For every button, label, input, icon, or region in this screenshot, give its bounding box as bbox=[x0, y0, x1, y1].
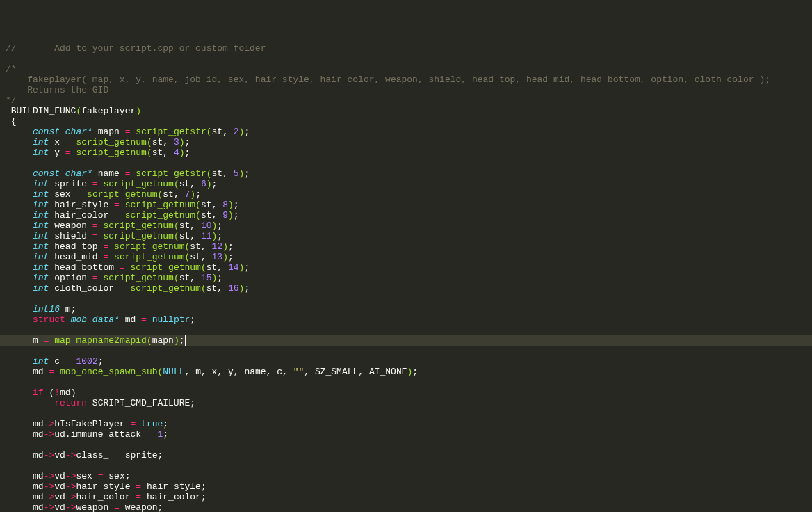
code-line[interactable]: const char* mapn = script_getstr(st, 2); bbox=[6, 127, 812, 137]
code-line[interactable]: int y = script_getnum(st, 4); bbox=[6, 147, 812, 158]
code-line[interactable]: int hair_style = script_getnum(st, 8); bbox=[6, 200, 812, 210]
code-line[interactable]: //====== Add to your script.cpp or custo… bbox=[6, 43, 812, 54]
text-cursor bbox=[185, 335, 186, 346]
code-line[interactable]: if (!md) bbox=[6, 387, 812, 398]
code-line[interactable]: md->vd->hair_color = hair_color; bbox=[6, 492, 812, 502]
code-line[interactable] bbox=[6, 54, 812, 64]
code-line[interactable]: { bbox=[6, 116, 812, 127]
code-line[interactable]: return SCRIPT_CMD_FAILURE; bbox=[6, 398, 812, 408]
code-line[interactable]: int sprite = script_getnum(st, 6); bbox=[6, 179, 812, 189]
code-line[interactable]: int option = script_getnum(st, 15); bbox=[6, 273, 812, 283]
code-line[interactable]: int hair_color = script_getnum(st, 9); bbox=[6, 210, 812, 221]
code-line[interactable] bbox=[6, 377, 812, 387]
code-line[interactable]: md->vd->sex = sex; bbox=[6, 471, 812, 481]
code-line[interactable]: m = map_mapname2mapid(mapn); bbox=[0, 335, 812, 346]
code-line[interactable] bbox=[6, 346, 812, 356]
code-line[interactable]: int head_bottom = script_getnum(st, 14); bbox=[6, 262, 812, 273]
code-line[interactable] bbox=[6, 158, 812, 168]
code-line[interactable]: md->vd->weapon = weapon; bbox=[6, 502, 812, 512]
code-editor[interactable]: //====== Add to your script.cpp or custo… bbox=[6, 43, 812, 512]
code-line[interactable] bbox=[6, 325, 812, 335]
code-line[interactable]: int c = 1002; bbox=[6, 356, 812, 367]
code-line[interactable]: md->vd->class_ = sprite; bbox=[6, 450, 812, 461]
code-line[interactable]: int weapon = script_getnum(st, 10); bbox=[6, 221, 812, 231]
code-line[interactable]: md->bIsFakePlayer = true; bbox=[6, 419, 812, 429]
code-line[interactable] bbox=[6, 294, 812, 304]
code-line[interactable]: int x = script_getnum(st, 3); bbox=[6, 137, 812, 147]
code-line[interactable]: struct mob_data* md = nullptr; bbox=[6, 314, 812, 325]
code-line[interactable]: /* bbox=[6, 64, 812, 74]
code-line[interactable]: int sex = script_getnum(st, 7); bbox=[6, 189, 812, 200]
code-line[interactable] bbox=[6, 408, 812, 419]
code-line[interactable]: */ bbox=[6, 95, 812, 106]
code-line[interactable]: int head_mid = script_getnum(st, 13); bbox=[6, 252, 812, 262]
code-line[interactable]: md = mob_once_spawn_sub(NULL, m, x, y, n… bbox=[6, 367, 812, 377]
code-line[interactable]: int cloth_color = script_getnum(st, 16); bbox=[6, 283, 812, 294]
code-line[interactable]: int16 m; bbox=[6, 304, 812, 314]
code-line[interactable]: int head_top = script_getnum(st, 12); bbox=[6, 241, 812, 252]
code-line[interactable]: md->ud.immune_attack = 1; bbox=[6, 429, 812, 440]
code-line[interactable]: int shield = script_getnum(st, 11); bbox=[6, 231, 812, 241]
code-line[interactable]: BUILDIN_FUNC(fakeplayer) bbox=[6, 106, 812, 116]
code-line[interactable]: Returns the GID bbox=[6, 85, 812, 95]
code-line[interactable]: md->vd->hair_style = hair_style; bbox=[6, 481, 812, 492]
code-line[interactable] bbox=[6, 440, 812, 450]
code-line[interactable]: fakeplayer( map, x, y, name, job_id, sex… bbox=[6, 74, 812, 85]
code-line[interactable] bbox=[6, 461, 812, 471]
code-line[interactable]: const char* name = script_getstr(st, 5); bbox=[6, 168, 812, 179]
